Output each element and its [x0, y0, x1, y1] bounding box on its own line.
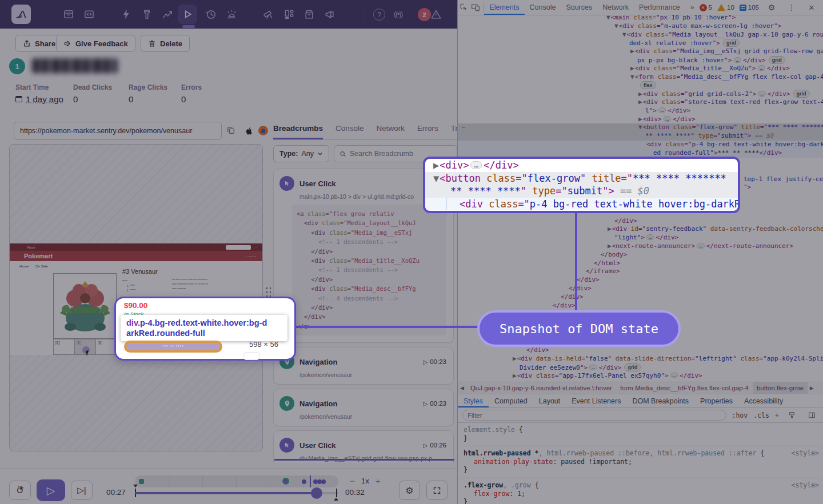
annotation-connector-horizontal: [294, 326, 479, 328]
code-segment: <div: [460, 198, 489, 210]
code-segment: title: [592, 173, 621, 184]
code-segment: submit: [568, 185, 602, 197]
dom-snippet-callout: ▶<div>…</div>▼<button class="flex-grow" …: [423, 157, 740, 213]
screen: ? ((•)) 2 Share Give Feedback Delete 1 S…: [0, 0, 823, 504]
dim-overlay: [0, 0, 823, 504]
code-segment: p-4 bg-red text-white hover:bg-darkR: [530, 198, 740, 210]
code-segment: ": [521, 185, 532, 197]
dom-callout-row: <div class="p-4 bg-red text-white hover:…: [425, 198, 738, 211]
code-segment: =": [518, 198, 529, 210]
code-segment: type: [532, 185, 556, 197]
dom-callout-row: ** **** ****" type="submit"> == $0: [425, 185, 738, 198]
code-segment: <button: [440, 173, 486, 184]
code-segment: class: [486, 173, 516, 184]
code-segment: ▼: [433, 173, 439, 184]
code-segment: <div>: [440, 159, 469, 171]
code-segment: =": [516, 173, 527, 184]
annotation-connector-vertical: [575, 212, 577, 311]
highlighted-buy-button[interactable]: *** ** ****: [124, 341, 222, 353]
inspector-tooltip: div.p-4.bg-red.text-white.hover:bg-d ark…: [121, 315, 287, 341]
feedback-widget-chip: [243, 352, 260, 360]
dom-callout-row: ▶<div>…</div>: [425, 159, 738, 172]
code-segment: ">: [602, 185, 614, 197]
code-segment: =": [556, 185, 567, 197]
code-segment: == $0: [614, 185, 649, 197]
code-segment: ": [580, 173, 592, 184]
code-segment: …: [470, 161, 482, 169]
code-segment: class: [489, 198, 518, 210]
code-segment: flex-grow: [528, 173, 580, 184]
tooltip-element: div: [126, 318, 138, 327]
code-segment: *** **** *******: [633, 173, 726, 184]
tooltip-dimensions: 598 × 56: [249, 339, 278, 350]
code-segment: ▶: [433, 159, 439, 171]
price: $90.00: [124, 301, 147, 310]
dom-callout-row: ▼<button class="flex-grow" title="*** **…: [425, 172, 738, 185]
inspected-element-highlight: $90.00 In Stock div.p-4.bg-red.text-whit…: [114, 297, 296, 361]
code-segment: </div>: [484, 159, 518, 171]
code-segment: ** **** ****: [450, 185, 521, 197]
annotation-label: Snapshot of DOM state: [477, 310, 681, 347]
code-segment: =": [621, 173, 633, 184]
